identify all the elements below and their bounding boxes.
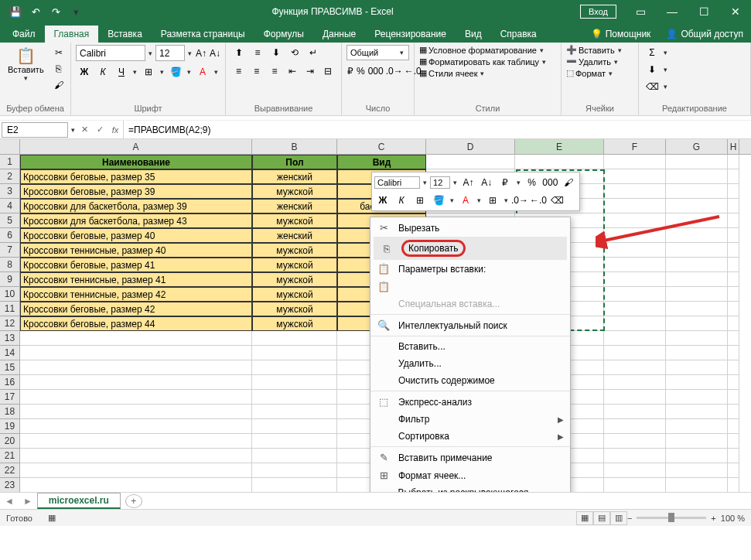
tab-data[interactable]: Данные <box>313 26 365 43</box>
cell[interactable] <box>666 449 728 463</box>
cell[interactable] <box>604 243 666 258</box>
cell[interactable] <box>666 478 728 492</box>
clear-icon[interactable]: ⌫ <box>643 79 661 94</box>
tell-me[interactable]: 💡Помощник <box>583 26 659 43</box>
cell[interactable] <box>728 184 739 199</box>
cell[interactable] <box>728 258 739 272</box>
column-header[interactable]: F <box>604 139 666 154</box>
row-header[interactable]: 21 <box>0 449 20 463</box>
cell[interactable] <box>604 449 666 463</box>
cell[interactable] <box>20 390 252 405</box>
row-header[interactable]: 8 <box>0 258 20 272</box>
cell[interactable]: мужской <box>252 316 337 331</box>
cell[interactable]: Кроссовки беговые, размер 39 <box>20 184 252 199</box>
currency-icon[interactable]: ₽ <box>497 175 514 190</box>
context-menu-item[interactable]: 📋Параметры вставки: <box>370 260 570 278</box>
underline-icon[interactable]: Ч <box>113 64 130 80</box>
align-right-icon[interactable]: ≡ <box>266 63 282 79</box>
cell[interactable]: мужской <box>252 213 337 228</box>
increase-decimal-icon[interactable]: .0→ <box>511 193 528 208</box>
save-icon[interactable]: 💾 <box>6 2 25 21</box>
context-menu-item[interactable]: Удалить... <box>370 355 570 372</box>
column-header[interactable]: H <box>728 139 739 154</box>
tab-file[interactable]: Файл <box>3 26 45 43</box>
cell[interactable]: Кроссовки теннисные, размер 42 <box>20 287 252 302</box>
cell[interactable] <box>604 405 666 419</box>
zoom-out-icon[interactable]: − <box>627 514 632 523</box>
cell[interactable] <box>728 213 739 228</box>
context-menu-item[interactable]: ✂Вырезать <box>370 219 570 237</box>
italic-icon[interactable]: К <box>94 64 111 80</box>
cell[interactable] <box>604 155 666 169</box>
cell[interactable] <box>20 419 252 434</box>
cell[interactable] <box>666 302 728 316</box>
border-icon[interactable]: ⊞ <box>484 193 501 208</box>
bold-icon[interactable]: Ж <box>76 64 93 80</box>
cell[interactable] <box>604 169 666 184</box>
bold-icon[interactable]: Ж <box>374 193 391 208</box>
cell[interactable] <box>604 463 666 478</box>
cell[interactable] <box>666 463 728 478</box>
chevron-down-icon[interactable]: ▾ <box>159 68 166 76</box>
percent-icon[interactable]: % <box>524 175 541 190</box>
number-format-selector[interactable]: Общий▾ <box>346 45 409 60</box>
context-menu-item[interactable]: Сортировка▶ <box>370 428 570 445</box>
cell[interactable] <box>666 419 728 434</box>
cell[interactable] <box>666 316 728 331</box>
row-header[interactable]: 19 <box>0 419 20 434</box>
row-header[interactable]: 11 <box>0 302 20 316</box>
cell[interactable] <box>666 213 728 228</box>
cell[interactable]: Кроссовки для баскетбола, размер 43 <box>20 213 252 228</box>
chevron-down-icon[interactable]: ▾ <box>70 126 77 134</box>
chevron-down-icon[interactable]: ▾ <box>662 83 669 90</box>
cell[interactable]: мужской <box>252 184 337 199</box>
cell[interactable] <box>252 390 337 405</box>
align-bottom-icon[interactable]: ⬇ <box>268 45 285 60</box>
cell[interactable] <box>728 169 739 184</box>
format-painter-icon[interactable]: 🖌 <box>560 175 577 190</box>
format-as-table-button[interactable]: ▦Форматировать как таблицу▾ <box>419 56 556 67</box>
name-box[interactable] <box>2 122 68 138</box>
fill-icon[interactable]: ⬇ <box>643 62 661 77</box>
cell[interactable] <box>252 419 337 434</box>
align-top-icon[interactable]: ⬆ <box>230 45 247 60</box>
cell[interactable]: женский <box>252 169 337 184</box>
cell[interactable] <box>252 346 337 360</box>
chevron-down-icon[interactable]: ▾ <box>213 68 220 76</box>
sheet-nav-next-icon[interactable]: ► <box>19 496 37 507</box>
cell[interactable] <box>666 228 728 243</box>
cell[interactable] <box>252 449 337 463</box>
paste-button[interactable]: 📋 Вставить ▾ <box>5 45 47 84</box>
row-header[interactable]: 6 <box>0 228 20 243</box>
row-header[interactable]: 22 <box>0 463 20 478</box>
enter-formula-icon[interactable]: ✓ <box>92 125 108 135</box>
cell[interactable] <box>20 449 252 463</box>
cell[interactable] <box>666 405 728 419</box>
delete-cells-button[interactable]: ➖Удалить▾ <box>566 56 633 67</box>
align-middle-icon[interactable]: ≡ <box>249 45 266 60</box>
chevron-down-icon[interactable]: ▾ <box>131 68 138 76</box>
align-center-icon[interactable]: ≡ <box>248 63 265 79</box>
redo-icon[interactable]: ↷ <box>46 2 65 21</box>
comma-icon[interactable]: 000 <box>541 175 558 190</box>
chevron-down-icon[interactable]: ▾ <box>186 50 193 57</box>
cell[interactable] <box>252 434 337 449</box>
cell[interactable] <box>728 243 739 258</box>
cell[interactable] <box>20 463 252 478</box>
context-menu-item[interactable]: 🔍Интеллектуальный поиск <box>370 316 570 334</box>
fill-color-icon[interactable]: 🪣 <box>430 193 447 208</box>
cell[interactable] <box>426 155 515 169</box>
cell[interactable] <box>252 331 337 346</box>
cell[interactable]: Наименование <box>20 155 252 169</box>
border-icon[interactable]: ⊞ <box>411 193 428 208</box>
cell[interactable] <box>728 463 739 478</box>
cell[interactable] <box>604 199 666 213</box>
cell[interactable]: мужской <box>252 272 337 287</box>
context-menu-item[interactable]: Выбрать из раскрывающегося списка... <box>370 484 570 492</box>
border-icon[interactable]: ⊞ <box>140 64 157 80</box>
row-header[interactable]: 9 <box>0 272 20 287</box>
cell[interactable] <box>728 302 739 316</box>
cell[interactable] <box>604 258 666 272</box>
conditional-formatting-button[interactable]: ▦Условное форматирование▾ <box>419 45 556 55</box>
cell[interactable] <box>20 346 252 360</box>
